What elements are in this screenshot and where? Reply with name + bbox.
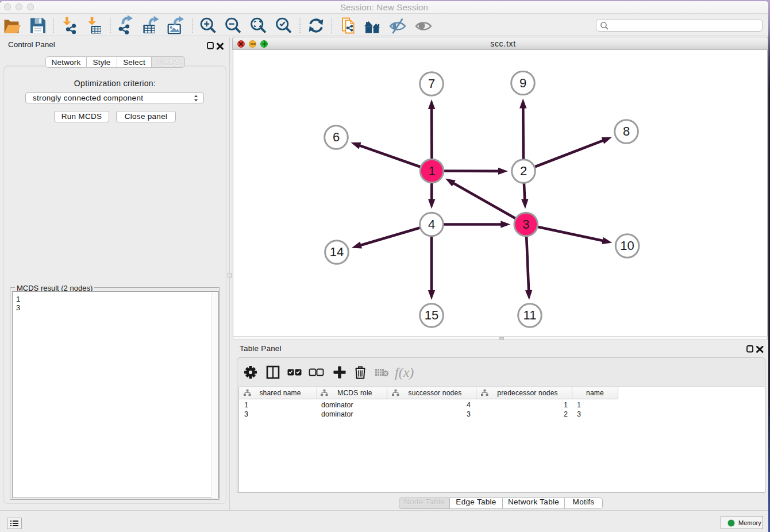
svg-text:9: 9 xyxy=(519,76,526,90)
svg-text:11: 11 xyxy=(523,308,537,322)
svg-text:4: 4 xyxy=(428,217,435,232)
svg-text:6: 6 xyxy=(333,130,340,144)
svg-text:8: 8 xyxy=(623,124,630,138)
svg-text:3: 3 xyxy=(522,217,529,232)
svg-text:14: 14 xyxy=(330,245,344,259)
svg-text:2: 2 xyxy=(520,164,527,178)
svg-text:1: 1 xyxy=(428,164,435,178)
svg-text:15: 15 xyxy=(425,308,438,322)
svg-text:10: 10 xyxy=(620,238,634,253)
svg-text:7: 7 xyxy=(428,76,435,91)
svg-text:f(x): f(x) xyxy=(395,365,414,380)
